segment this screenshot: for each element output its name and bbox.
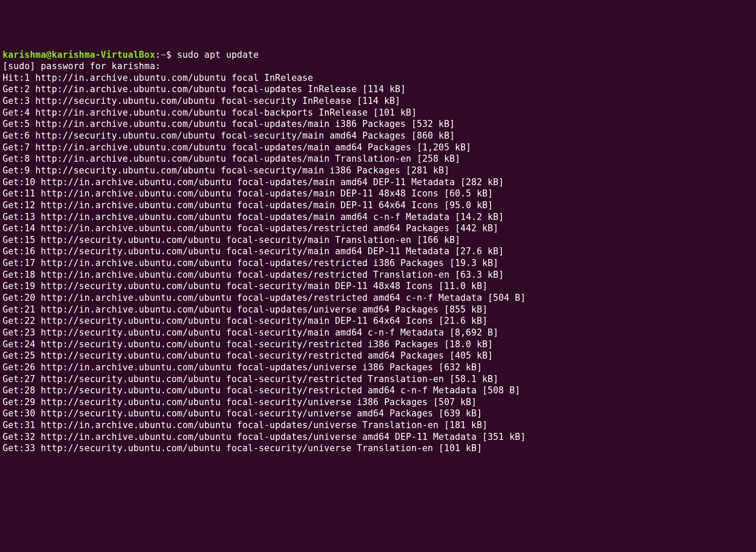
apt-output-line: Get:15 http://security.ubuntu.com/ubuntu… [3, 235, 461, 245]
command-text: sudo apt update [177, 50, 259, 60]
terminal-window[interactable]: karishma@karishma-VirtualBox:~$ sudo apt… [3, 49, 753, 454]
apt-output-line: Get:5 http://in.archive.ubuntu.com/ubunt… [3, 119, 455, 129]
apt-output-line: Get:11 http://in.archive.ubuntu.com/ubun… [3, 188, 493, 199]
apt-output-line: Get:16 http://security.ubuntu.com/ubuntu… [3, 246, 504, 256]
prompt-line: karishma@karishma-VirtualBox:~$ sudo apt… [3, 50, 259, 60]
apt-output-line: Get:19 http://security.ubuntu.com/ubuntu… [3, 281, 487, 291]
sudo-password-prompt: [sudo] password for karishma: [3, 61, 161, 71]
apt-output-line: Get:7 http://in.archive.ubuntu.com/ubunt… [3, 142, 471, 153]
apt-output-line: Get:26 http://in.archive.ubuntu.com/ubun… [3, 362, 482, 372]
apt-output-line: Get:32 http://in.archive.ubuntu.com/ubun… [3, 432, 526, 442]
apt-output-line: Get:10 http://in.archive.ubuntu.com/ubun… [3, 177, 504, 187]
apt-output-line: Get:4 http://in.archive.ubuntu.com/ubunt… [3, 107, 417, 118]
apt-output-line: Get:25 http://security.ubuntu.com/ubuntu… [3, 350, 493, 361]
apt-output-line: Get:31 http://in.archive.ubuntu.com/ubun… [3, 420, 487, 430]
prompt-user-host: karishma@karishma-VirtualBox [3, 50, 155, 60]
apt-output-line: Get:9 http://security.ubuntu.com/ubuntu … [3, 165, 449, 176]
apt-output-line: Get:3 http://security.ubuntu.com/ubuntu … [3, 96, 401, 106]
apt-output-line: Get:17 http://in.archive.ubuntu.com/ubun… [3, 258, 498, 268]
apt-output-line: Get:20 http://in.archive.ubuntu.com/ubun… [3, 293, 526, 303]
apt-output-line: Hit:1 http://in.archive.ubuntu.com/ubunt… [3, 73, 313, 83]
prompt-separator: : [155, 50, 161, 60]
apt-output-line: Get:28 http://security.ubuntu.com/ubuntu… [3, 385, 521, 396]
apt-output-line: Get:13 http://in.archive.ubuntu.com/ubun… [3, 212, 504, 222]
prompt-path: ~ [161, 50, 166, 60]
apt-output-line: Get:18 http://in.archive.ubuntu.com/ubun… [3, 269, 504, 280]
apt-output-line: Get:33 http://security.ubuntu.com/ubuntu… [3, 443, 482, 453]
apt-output-line: Get:12 http://in.archive.ubuntu.com/ubun… [3, 200, 493, 210]
apt-output-line: Get:14 http://in.archive.ubuntu.com/ubun… [3, 223, 498, 233]
apt-output-line: Get:27 http://security.ubuntu.com/ubuntu… [3, 374, 498, 384]
apt-output-line: Get:6 http://security.ubuntu.com/ubuntu … [3, 130, 455, 141]
apt-output-line: Get:30 http://security.ubuntu.com/ubuntu… [3, 408, 482, 419]
apt-output-line: Get:23 http://security.ubuntu.com/ubuntu… [3, 327, 498, 338]
apt-output-line: Get:21 http://in.archive.ubuntu.com/ubun… [3, 304, 487, 315]
apt-output-line: Get:2 http://in.archive.ubuntu.com/ubunt… [3, 84, 406, 94]
apt-output-line: Get:29 http://security.ubuntu.com/ubuntu… [3, 397, 477, 407]
apt-output-line: Get:24 http://security.ubuntu.com/ubuntu… [3, 339, 493, 349]
apt-output-line: Get:8 http://in.archive.ubuntu.com/ubunt… [3, 153, 461, 164]
apt-output-line: Get:22 http://security.ubuntu.com/ubuntu… [3, 316, 487, 326]
prompt-dollar: $ [166, 50, 177, 60]
